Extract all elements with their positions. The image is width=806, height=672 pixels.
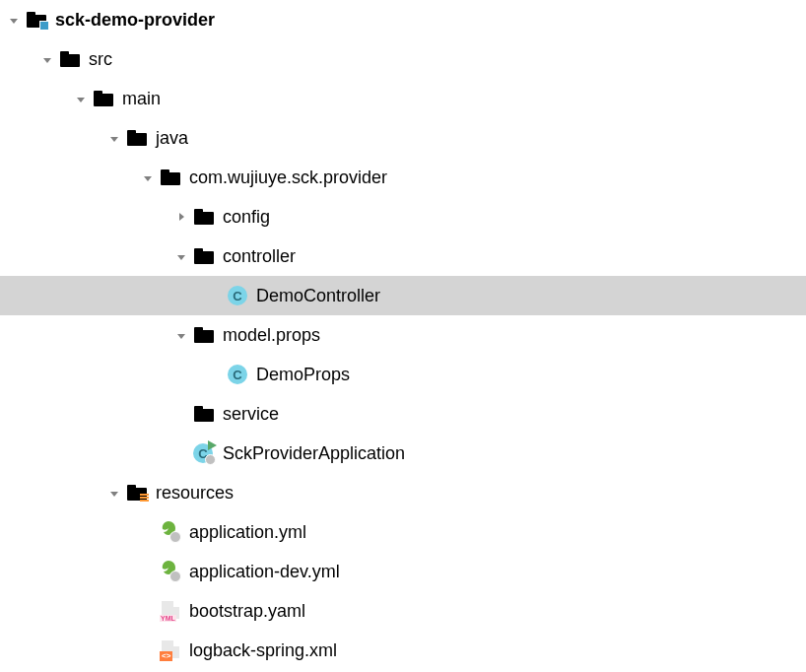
tree-label: resources xyxy=(156,483,234,504)
chevron-right-icon[interactable] xyxy=(171,207,191,227)
chevron-down-icon[interactable] xyxy=(104,128,124,148)
tree-label: SckProviderApplication xyxy=(223,443,405,464)
tree-label: bootstrap.yaml xyxy=(189,601,305,622)
package-icon xyxy=(160,167,181,188)
class-icon: C xyxy=(227,364,248,385)
tree-row-logbackspringxml[interactable]: <> logback-spring.xml xyxy=(0,631,806,670)
tree-label: DemoController xyxy=(256,286,380,306)
spring-config-icon xyxy=(160,521,181,543)
tree-label: service xyxy=(223,404,279,425)
yaml-file-icon: YML xyxy=(160,600,181,622)
package-icon xyxy=(193,324,215,346)
chevron-down-icon[interactable] xyxy=(37,49,57,69)
tree-row-root[interactable]: sck-demo-provider xyxy=(0,0,806,39)
tree-row-src[interactable]: src xyxy=(0,39,806,79)
tree-label: model.props xyxy=(223,325,320,346)
spring-boot-app-icon: C xyxy=(193,442,215,464)
project-tree: sck-demo-provider src main java com.wuji… xyxy=(0,0,806,670)
tree-label: application.yml xyxy=(189,522,306,543)
spring-config-icon xyxy=(160,561,181,582)
tree-row-controller[interactable]: controller xyxy=(0,236,806,276)
tree-row-main[interactable]: main xyxy=(0,79,806,118)
tree-row-applicationyml[interactable]: application.yml xyxy=(0,512,806,552)
tree-label: sck-demo-provider xyxy=(55,10,215,31)
tree-row-demoprops[interactable]: C DemoProps xyxy=(0,355,806,394)
chevron-down-icon[interactable] xyxy=(71,89,91,108)
tree-label: config xyxy=(223,207,270,228)
chevron-down-icon[interactable] xyxy=(138,168,158,187)
tree-row-resources[interactable]: resources xyxy=(0,473,806,512)
tree-label: main xyxy=(122,89,161,109)
resources-folder-icon xyxy=(126,482,148,504)
tree-row-service[interactable]: service xyxy=(0,394,806,434)
tree-row-modelprops[interactable]: model.props xyxy=(0,315,806,355)
tree-row-sckproviderapplication[interactable]: C SckProviderApplication xyxy=(0,434,806,473)
source-folder-icon xyxy=(126,127,148,149)
tree-row-package[interactable]: com.wujiuye.sck.provider xyxy=(0,158,806,197)
chevron-down-icon[interactable] xyxy=(171,246,191,266)
xml-file-icon: <> xyxy=(160,639,181,661)
tree-row-config[interactable]: config xyxy=(0,197,806,236)
folder-icon xyxy=(59,48,81,70)
tree-row-democontroller[interactable]: C DemoController xyxy=(0,276,806,315)
tree-row-bootstrapyaml[interactable]: YML bootstrap.yaml xyxy=(0,591,806,631)
chevron-down-icon[interactable] xyxy=(171,325,191,345)
tree-label: logback-spring.xml xyxy=(189,640,337,661)
package-icon xyxy=(193,245,215,267)
chevron-down-icon[interactable] xyxy=(4,10,24,30)
tree-row-java[interactable]: java xyxy=(0,118,806,158)
tree-label: java xyxy=(156,128,188,149)
tree-label: DemoProps xyxy=(256,365,350,385)
tree-label: controller xyxy=(223,246,296,267)
tree-label: src xyxy=(89,49,112,70)
class-icon: C xyxy=(227,285,248,306)
package-icon xyxy=(193,206,215,228)
chevron-down-icon[interactable] xyxy=(104,483,124,503)
tree-label: application-dev.yml xyxy=(189,562,340,582)
folder-icon xyxy=(93,88,114,109)
package-icon xyxy=(193,403,215,425)
module-folder-icon xyxy=(26,9,47,31)
tree-label: com.wujiuye.sck.provider xyxy=(189,168,387,188)
tree-row-applicationdevyml[interactable]: application-dev.yml xyxy=(0,552,806,591)
